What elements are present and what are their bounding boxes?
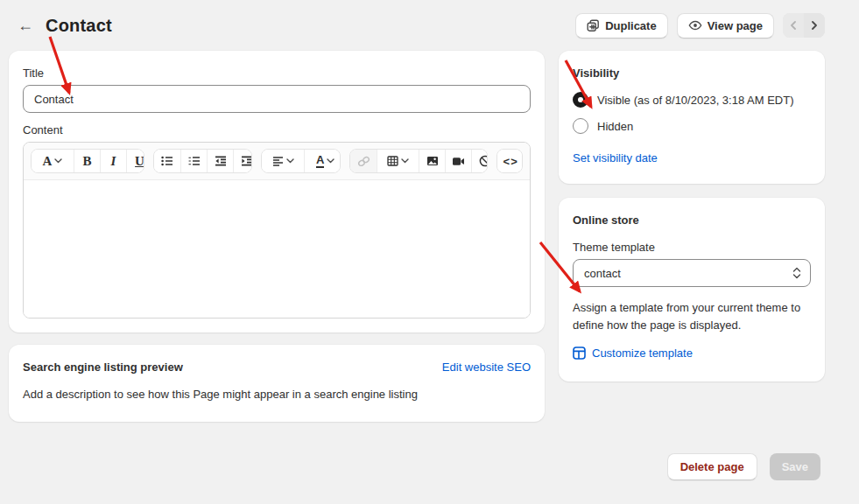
color-letter: A (316, 154, 324, 168)
radio-unselected-icon[interactable] (573, 118, 588, 134)
seo-card-title: Search engine listing preview (23, 360, 183, 374)
prohibited-icon (479, 155, 488, 167)
chevron-down-icon (54, 158, 62, 164)
theme-template-value: contact (584, 267, 621, 280)
show-html-button[interactable]: <> (497, 150, 523, 172)
bullet-list-icon (161, 156, 173, 166)
page-editor-screen: ← Contact Duplicate View page (0, 0, 859, 504)
format-letter: A (43, 154, 53, 169)
align-left-icon (272, 157, 284, 166)
theme-template-select[interactable]: contact (573, 259, 811, 287)
save-button[interactable]: Save (770, 453, 820, 480)
editor-toolbar: A B I U (24, 143, 530, 179)
select-updown-icon (792, 267, 801, 279)
hidden-option[interactable]: Hidden (573, 118, 811, 134)
underline-label: U (135, 154, 144, 169)
visibility-card: Visibility Visible (as of 8/10/2023, 3:1… (559, 51, 825, 184)
code-group: <> (496, 149, 523, 173)
template-helper-text: Assign a template from your current them… (573, 299, 811, 334)
chevron-down-icon (401, 158, 409, 164)
duplicate-icon (587, 19, 600, 32)
insert-image-button[interactable] (419, 150, 445, 172)
chevron-down-icon (286, 158, 294, 164)
image-icon (426, 156, 439, 166)
code-label: <> (503, 155, 518, 168)
insert-group (349, 149, 488, 173)
header: ← Contact Duplicate View page (0, 0, 859, 51)
link-icon (357, 156, 370, 167)
list-indent-group (153, 149, 252, 173)
page-details-card: Title Content A B (9, 51, 545, 332)
content-textarea[interactable] (24, 179, 530, 318)
bold-button[interactable]: B (74, 150, 100, 172)
bullet-list-button[interactable] (154, 150, 180, 172)
align-color-group: A (261, 149, 341, 173)
footer-actions: Delete page Save (0, 453, 859, 480)
view-page-label: View page (708, 19, 763, 32)
hidden-option-label: Hidden (597, 120, 633, 133)
table-icon (387, 156, 398, 166)
template-icon (573, 346, 586, 360)
video-icon (452, 157, 465, 166)
pagination (783, 13, 825, 38)
previous-page-button[interactable] (783, 13, 804, 38)
chevron-right-icon (811, 21, 818, 30)
underline-button[interactable]: U (126, 150, 144, 172)
link-button[interactable] (350, 150, 377, 172)
alignment-dropdown[interactable] (262, 150, 304, 172)
online-store-card: Online store Theme template contact Assi… (559, 198, 825, 382)
customize-template-link[interactable]: Customize template (573, 346, 693, 360)
seo-card: Search engine listing preview Edit websi… (9, 345, 545, 422)
visible-option[interactable]: Visible (as of 8/10/2023, 3:18 AM EDT) (573, 92, 811, 108)
title-label: Title (23, 66, 531, 80)
outdent-button[interactable] (207, 150, 233, 172)
page-title: Contact (46, 16, 112, 36)
clear-formatting-button[interactable] (471, 150, 488, 172)
next-page-button[interactable] (804, 13, 825, 38)
formatting-dropdown[interactable]: A (32, 150, 74, 172)
chevron-down-icon (327, 158, 334, 164)
indent-button[interactable] (233, 150, 252, 172)
visibility-card-title: Visibility (573, 66, 811, 80)
delete-page-button[interactable]: Delete page (667, 453, 757, 480)
numbered-list-button[interactable] (180, 150, 207, 172)
view-page-button[interactable]: View page (677, 13, 774, 38)
outdent-icon (215, 156, 227, 166)
content-label: Content (23, 123, 531, 136)
chevron-left-icon (790, 21, 797, 30)
edit-website-seo-link[interactable]: Edit website SEO (442, 360, 531, 374)
duplicate-button[interactable]: Duplicate (575, 13, 668, 38)
numbered-list-icon (188, 156, 201, 166)
rich-text-editor: A B I U (23, 142, 531, 318)
bold-label: B (82, 154, 91, 169)
online-store-card-title: Online store (573, 214, 811, 227)
text-style-group: A B I U (31, 149, 144, 173)
italic-button[interactable]: I (100, 150, 126, 172)
insert-video-button[interactable] (445, 150, 471, 172)
customize-template-label: Customize template (592, 346, 693, 360)
title-input[interactable] (23, 85, 531, 113)
back-button[interactable]: ← (14, 16, 37, 35)
text-color-dropdown[interactable]: A (304, 150, 341, 172)
radio-selected-icon[interactable] (573, 92, 588, 108)
theme-template-label: Theme template (573, 241, 811, 254)
italic-label: I (111, 154, 116, 169)
eye-icon (688, 19, 702, 32)
table-dropdown[interactable] (377, 150, 419, 172)
duplicate-label: Duplicate (605, 19, 657, 32)
set-visibility-date-link[interactable]: Set visibility date (573, 151, 658, 164)
visible-option-label: Visible (as of 8/10/2023, 3:18 AM EDT) (597, 94, 794, 107)
seo-description: Add a description to see how this Page m… (23, 388, 531, 404)
indent-icon (241, 156, 253, 166)
